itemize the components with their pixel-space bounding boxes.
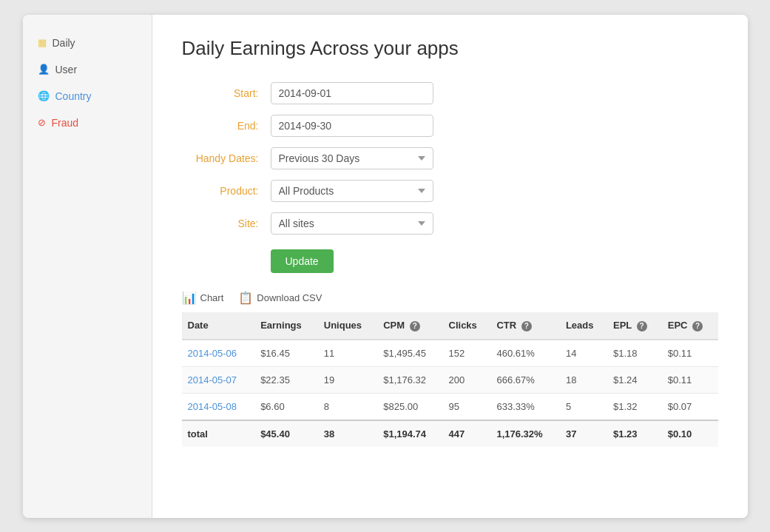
- start-input[interactable]: [271, 82, 433, 104]
- calendar-icon: ▦: [38, 37, 47, 48]
- col-epl: EPL ?: [607, 312, 662, 340]
- cell-epc: $0.11: [662, 366, 718, 393]
- total-earnings: $45.40: [254, 420, 318, 447]
- col-leads: Leads: [560, 312, 607, 340]
- download-csv-link[interactable]: 📋 Download CSV: [238, 291, 322, 305]
- cell-epl: $1.18: [607, 340, 662, 367]
- sidebar-label-daily: Daily: [53, 37, 75, 49]
- col-uniques: Uniques: [318, 312, 377, 340]
- total-cpm: $1,194.74: [377, 420, 442, 447]
- cell-date[interactable]: 2014-05-07: [182, 366, 255, 393]
- col-cpm: CPM ?: [377, 312, 442, 340]
- site-select[interactable]: All sites: [271, 212, 433, 235]
- total-ctr: 1,176.32%: [490, 420, 559, 447]
- app-container: ▦ Daily 👤 User 🌐 Country ⊘ Fraud Daily E…: [23, 15, 748, 518]
- sidebar-label-fraud: Fraud: [52, 117, 79, 129]
- totals-row: total $45.40 38 $1,194.74 447 1,176.32% …: [182, 420, 718, 447]
- cell-epl: $1.32: [607, 393, 662, 420]
- sidebar-item-fraud[interactable]: ⊘ Fraud: [23, 110, 152, 136]
- total-label: total: [182, 420, 255, 447]
- cell-cpm: $1,495.45: [377, 340, 442, 367]
- cell-date[interactable]: 2014-05-08: [182, 393, 255, 420]
- csv-label: Download CSV: [257, 292, 322, 303]
- total-epc: $0.10: [662, 420, 718, 447]
- cell-ctr: 666.67%: [490, 366, 559, 393]
- cell-leads: 5: [560, 393, 607, 420]
- cell-epc: $0.11: [662, 340, 718, 367]
- sidebar: ▦ Daily 👤 User 🌐 Country ⊘ Fraud: [23, 15, 152, 518]
- cell-uniques: 11: [318, 340, 377, 367]
- sidebar-label-country: Country: [55, 90, 92, 102]
- handy-dates-select[interactable]: Previous 30 Days Last 7 Days This Month …: [271, 147, 433, 169]
- cpm-info-icon[interactable]: ?: [410, 321, 420, 331]
- cell-leads: 14: [560, 340, 607, 367]
- table-row: 2014-05-06 $16.45 11 $1,495.45 152 460.6…: [182, 340, 718, 367]
- sidebar-item-country[interactable]: 🌐 Country: [23, 83, 152, 110]
- cell-clicks: 200: [443, 366, 491, 393]
- handy-dates-row: Handy Dates: Previous 30 Days Last 7 Day…: [182, 147, 718, 169]
- product-row: Product: All Products: [182, 180, 718, 202]
- site-label: Site:: [182, 218, 271, 229]
- total-clicks: 447: [443, 420, 491, 447]
- total-leads: 37: [560, 420, 607, 447]
- end-input[interactable]: [271, 115, 433, 137]
- chart-link[interactable]: 📊 Chart: [182, 291, 224, 305]
- ban-icon: ⊘: [38, 117, 46, 128]
- product-label: Product:: [182, 185, 271, 197]
- cell-ctr: 633.33%: [490, 393, 559, 420]
- cell-epl: $1.24: [607, 366, 662, 393]
- table-row: 2014-05-07 $22.35 19 $1,176.32 200 666.6…: [182, 366, 718, 393]
- cell-uniques: 19: [318, 366, 377, 393]
- total-uniques: 38: [318, 420, 377, 447]
- globe-icon: 🌐: [38, 90, 50, 101]
- col-clicks: Clicks: [443, 312, 491, 340]
- cell-uniques: 8: [318, 393, 377, 420]
- table-row: 2014-05-08 $6.60 8 $825.00 95 633.33% 5 …: [182, 393, 718, 420]
- col-ctr: CTR ?: [490, 312, 559, 340]
- csv-icon: 📋: [238, 291, 253, 305]
- cell-date[interactable]: 2014-05-06: [182, 340, 255, 367]
- earnings-table: Date Earnings Uniques CPM ? Clicks CTR ?…: [182, 312, 718, 447]
- site-row: Site: All sites: [182, 212, 718, 235]
- cell-earnings: $22.35: [254, 366, 318, 393]
- end-row: End:: [182, 115, 718, 137]
- cell-earnings: $16.45: [254, 340, 318, 367]
- ctr-info-icon[interactable]: ?: [521, 321, 532, 331]
- update-button[interactable]: Update: [271, 249, 334, 273]
- main-content: Daily Earnings Across your apps Start: E…: [152, 15, 748, 518]
- total-epl: $1.23: [607, 420, 662, 447]
- sidebar-item-user[interactable]: 👤 User: [23, 56, 152, 83]
- col-earnings: Earnings: [254, 312, 318, 340]
- cell-earnings: $6.60: [254, 393, 318, 420]
- sidebar-label-user: User: [55, 64, 78, 75]
- cell-clicks: 95: [443, 393, 491, 420]
- sidebar-item-daily[interactable]: ▦ Daily: [23, 30, 152, 56]
- cell-cpm: $825.00: [377, 393, 442, 420]
- col-epc: EPC ?: [662, 312, 718, 340]
- chart-label: Chart: [200, 292, 224, 303]
- user-icon: 👤: [38, 64, 50, 75]
- cell-cpm: $1,176.32: [377, 366, 442, 393]
- epl-info-icon[interactable]: ?: [637, 321, 647, 331]
- cell-leads: 18: [560, 366, 607, 393]
- start-label: Start:: [182, 87, 271, 99]
- filter-form: Start: End: Handy Dates: Previous 30 Day…: [182, 82, 718, 273]
- page-title: Daily Earnings Across your apps: [182, 37, 718, 60]
- col-date: Date: [182, 312, 255, 340]
- table-header-row: Date Earnings Uniques CPM ? Clicks CTR ?…: [182, 312, 718, 340]
- end-label: End:: [182, 120, 271, 132]
- cell-ctr: 460.61%: [490, 340, 559, 367]
- epc-info-icon[interactable]: ?: [692, 321, 703, 331]
- start-row: Start:: [182, 82, 718, 104]
- action-row: 📊 Chart 📋 Download CSV: [182, 291, 718, 305]
- chart-icon: 📊: [182, 291, 197, 305]
- cell-clicks: 152: [443, 340, 491, 367]
- cell-epc: $0.07: [662, 393, 718, 420]
- handy-dates-label: Handy Dates:: [182, 152, 271, 164]
- product-select[interactable]: All Products: [271, 180, 433, 202]
